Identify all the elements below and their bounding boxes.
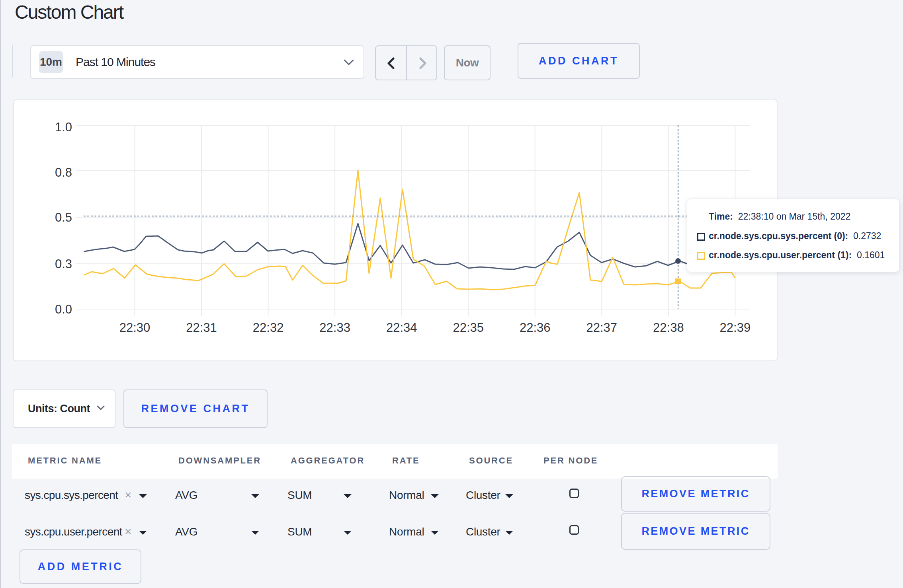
svg-text:22:35: 22:35 bbox=[453, 321, 484, 335]
svg-text:22:33: 22:33 bbox=[319, 321, 350, 335]
svg-text:0.5: 0.5 bbox=[55, 210, 72, 224]
svg-text:0.3: 0.3 bbox=[55, 257, 72, 271]
svg-text:1.0: 1.0 bbox=[55, 120, 72, 134]
svg-text:22:32: 22:32 bbox=[253, 321, 284, 335]
svg-text:22:30: 22:30 bbox=[119, 321, 150, 335]
svg-text:22:31: 22:31 bbox=[186, 321, 217, 335]
svg-text:22:34: 22:34 bbox=[386, 321, 417, 335]
svg-text:0.0: 0.0 bbox=[55, 302, 72, 316]
svg-text:22:38: 22:38 bbox=[653, 321, 684, 335]
svg-text:22:39: 22:39 bbox=[720, 321, 751, 335]
svg-text:0.8: 0.8 bbox=[55, 165, 72, 179]
svg-text:22:36: 22:36 bbox=[520, 321, 551, 335]
svg-text:22:37: 22:37 bbox=[586, 321, 618, 335]
